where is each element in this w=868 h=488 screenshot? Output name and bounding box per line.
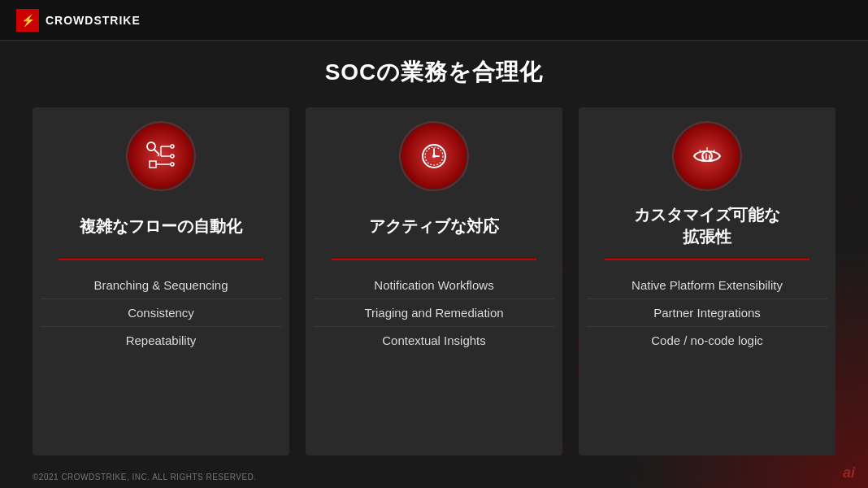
card-2-title: アクティブな対応 <box>353 202 515 251</box>
card-2-items: Notification Workflows Triaging and Reme… <box>306 272 562 354</box>
svg-line-24 <box>714 150 714 152</box>
card-1-items: Branching & Sequencing Consistency Repea… <box>33 272 289 354</box>
list-item: Consistency <box>41 299 281 327</box>
list-item: Repeatability <box>41 327 281 354</box>
list-item: Triaging and Remediation <box>314 299 554 327</box>
card-1-icon-area <box>128 107 193 189</box>
svg-point-0 <box>147 142 155 150</box>
page-title: SOCの業務を合理化 <box>33 57 835 88</box>
svg-point-12 <box>423 145 445 168</box>
card-1-title: 複雑なフローの自動化 <box>63 202 258 251</box>
list-item: Native Platform Extensibility <box>587 272 827 299</box>
header: ⚡ CROWDSTRIKE <box>0 0 868 41</box>
svg-point-11 <box>171 163 174 166</box>
logo-text: CROWDSTRIKE <box>46 14 141 27</box>
list-item: Contextual Insights <box>314 327 554 354</box>
workflow-icon-circle <box>128 124 193 189</box>
crowdstrike-icon: ⚡ <box>21 14 35 27</box>
svg-line-1 <box>154 150 159 155</box>
list-item: Notification Workflows <box>314 272 554 299</box>
svg-rect-8 <box>150 161 156 168</box>
clock-icon <box>416 138 452 174</box>
card-automation: 複雑なフローの自動化 Branching & Sequencing Consis… <box>33 107 289 455</box>
card-customization: カスタマイズ可能な拡張性 Native Platform Extensibili… <box>579 107 835 455</box>
card-active-response: アクティブな対応 Notification Workflows Triaging… <box>306 107 562 455</box>
svg-point-16 <box>432 155 436 158</box>
svg-point-7 <box>171 155 174 158</box>
logo-box: ⚡ <box>16 9 39 32</box>
card-3-divider <box>605 259 810 260</box>
card-2-divider <box>332 259 537 260</box>
footer-copyright: ©2021 CROWDSTRIKE, INC. ALL RIGHTS RESER… <box>33 473 257 481</box>
card-3-icon-area <box>675 107 740 189</box>
svg-rect-17 <box>432 144 436 146</box>
card-3-title: カスタマイズ可能な拡張性 <box>618 202 796 251</box>
card-3-items: Native Platform Extensibility Partner In… <box>579 272 835 354</box>
workflow-icon <box>143 138 179 174</box>
list-item: Branching & Sequencing <box>41 272 281 299</box>
svg-point-18 <box>702 151 712 161</box>
card-1-divider <box>59 259 264 260</box>
cards-container: 複雑なフローの自動化 Branching & Sequencing Consis… <box>33 107 835 455</box>
svg-point-4 <box>171 145 174 148</box>
list-item: Partner Integrations <box>587 299 827 327</box>
svg-point-13 <box>425 147 443 165</box>
main-content: SOCの業務を合理化 <box>0 41 868 488</box>
logo-area: ⚡ CROWDSTRIKE <box>16 9 141 32</box>
svg-line-2 <box>158 155 159 156</box>
svg-line-22 <box>700 150 701 152</box>
eye-icon-circle <box>675 124 740 189</box>
watermark-logo: ai <box>843 464 855 481</box>
list-item: Code / no-code logic <box>587 327 827 354</box>
eye-chart-icon <box>689 138 725 174</box>
card-2-icon-area <box>401 107 467 189</box>
clock-icon-circle <box>401 124 467 189</box>
